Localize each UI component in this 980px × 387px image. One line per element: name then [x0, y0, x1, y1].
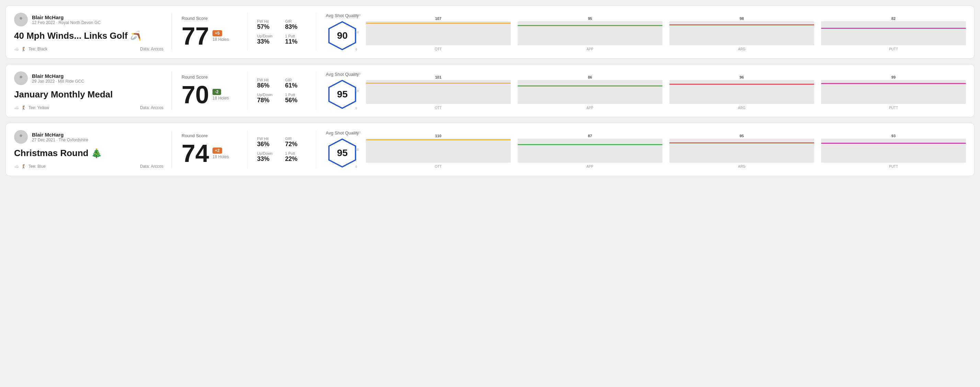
stats-grid: FW Hit 86% GIR 61% Up/Down 78% 1 Putt 56…: [257, 78, 306, 104]
bar-bg: [821, 21, 966, 45]
bar-group-arg: 95 ARG: [669, 134, 814, 168]
data-source: Data: Arccos: [140, 164, 163, 169]
round-card: Blair McHarg 29 Jan 2022 · Mill Ride GCC…: [5, 64, 975, 117]
round-score-label: Round Score: [181, 75, 237, 79]
bar-axis-label: APP: [587, 165, 593, 168]
big-score: 70: [181, 82, 209, 107]
fw-hit-label: FW Hit: [257, 136, 278, 141]
weather-icon: ☁️: [14, 105, 19, 110]
score-diff-badge: +5: [213, 30, 222, 36]
bar-value-putt: 82: [891, 16, 896, 21]
data-source: Data: Arccos: [140, 47, 163, 51]
user-details: Blair McHarg 27 Dec 2021 · The Oxfordshi…: [32, 132, 88, 143]
bar-wrapper: [366, 21, 511, 45]
bar-line: [366, 139, 511, 140]
holes-label: 18 Holes: [213, 96, 229, 100]
gir-stat: GIR 72%: [285, 136, 307, 148]
score-row: 70 -2 18 Holes: [181, 82, 237, 107]
oneputt-value: 56%: [285, 97, 307, 104]
left-section: Blair McHarg 12 Feb 2022 · Royal North D…: [14, 13, 172, 51]
hex-score: 95: [337, 89, 348, 100]
holes-label: 18 Holes: [213, 154, 229, 159]
round-title: 40 Mph Winds... Links Golf 🪃: [14, 30, 163, 41]
updown-value: 78%: [257, 97, 278, 104]
fw-hit-value: 86%: [257, 82, 278, 89]
svg-point-2: [19, 76, 22, 78]
score-diff-badge: +2: [213, 148, 222, 154]
footer-info: ☁️ 🏌 Tee: Blue Data: Arccos: [14, 164, 163, 169]
tee-info: ☁️ 🏌 Tee: Yellow: [14, 105, 49, 110]
hexagon: 95: [327, 138, 358, 168]
gir-stat: GIR 83%: [285, 19, 307, 30]
gir-stat: GIR 61%: [285, 78, 307, 89]
bar-chart: 100 50 0 101 OTT 86: [366, 72, 966, 110]
user-details: Blair McHarg 12 Feb 2022 · Royal North D…: [32, 14, 100, 25]
score-section: Round Score 74 +2 18 Holes: [172, 130, 248, 169]
bar-bg: [366, 21, 511, 45]
big-score: 77: [181, 24, 209, 48]
left-section: Blair McHarg 27 Dec 2021 · The Oxfordshi…: [14, 130, 172, 169]
bar-axis-label: OTT: [435, 165, 442, 168]
big-score: 74: [181, 141, 209, 166]
score-row: 74 +2 18 Holes: [181, 141, 237, 166]
bar-bg: [366, 139, 511, 163]
bar-value-arg: 96: [740, 75, 744, 79]
user-date: 29 Jan 2022 · Mill Ride GCC: [32, 79, 84, 84]
updown-label: Up/Down: [257, 93, 278, 97]
bar-wrapper: [518, 21, 662, 45]
right-section: Avg Shot Quality 95 100 50 0 101: [316, 71, 966, 110]
bar-chart: 100 50 0 110 OTT 87: [366, 131, 966, 168]
bar-axis-label: ARG: [738, 106, 746, 110]
tee-label: Tee: Blue: [29, 164, 46, 169]
bar-bg: [669, 21, 814, 45]
bar-bg: [518, 80, 662, 104]
bar-group-putt: 82 PUTT: [821, 16, 966, 51]
gir-label: GIR: [285, 78, 307, 82]
svg-point-4: [19, 135, 22, 137]
user-date: 12 Feb 2022 · Royal North Devon GC: [32, 20, 100, 25]
updown-value: 33%: [257, 38, 278, 45]
user-details: Blair McHarg 29 Jan 2022 · Mill Ride GCC: [32, 73, 84, 84]
data-source: Data: Arccos: [140, 105, 163, 110]
bar-wrapper: [821, 139, 966, 163]
hex-score: 90: [337, 30, 348, 41]
chart-area: 100 50 0 107 OTT 95: [366, 13, 966, 51]
bar-axis-label: PUTT: [889, 165, 898, 168]
bar-value-app: 86: [588, 75, 592, 79]
bar-group-ott: 107 OTT: [366, 16, 511, 51]
score-badge: +5 18 Holes: [213, 30, 229, 42]
gir-value: 72%: [285, 141, 307, 148]
updown-value: 33%: [257, 155, 278, 163]
bar-bg: [518, 139, 662, 163]
tee-info: ☁️ 🏌 Tee: Black: [14, 47, 48, 51]
bar-value-putt: 93: [891, 134, 896, 138]
updown-stat: Up/Down 78%: [257, 93, 278, 104]
oneputt-value: 11%: [285, 38, 307, 45]
bar-axis-label: ARG: [738, 165, 746, 168]
bar-value-ott: 110: [435, 134, 441, 138]
bar-line: [366, 82, 511, 84]
bar-axis-label: OTT: [435, 48, 442, 51]
fw-hit-stat: FW Hit 86%: [257, 78, 278, 89]
avg-shot-quality-label: Avg Shot Quality: [326, 130, 359, 135]
hexagon-container: Avg Shot Quality 90: [326, 13, 359, 51]
score-section: Round Score 70 -2 18 Holes: [172, 71, 248, 110]
avatar: [14, 130, 28, 144]
right-section: Avg Shot Quality 90 100 50 0 107: [316, 13, 966, 51]
bar-wrapper: [821, 80, 966, 104]
score-row: 77 +5 18 Holes: [181, 24, 237, 48]
bar-group-arg: 96 ARG: [669, 75, 814, 110]
gir-value: 83%: [285, 23, 307, 30]
bar-axis-label: OTT: [435, 106, 442, 110]
avatar: [14, 71, 28, 85]
bar-bg: [821, 139, 966, 163]
right-section: Avg Shot Quality 95 100 50 0 110: [316, 130, 966, 169]
user-name: Blair McHarg: [32, 132, 88, 138]
bar-wrapper: [821, 21, 966, 45]
footer-info: ☁️ 🏌 Tee: Yellow Data: Arccos: [14, 105, 163, 110]
round-score-label: Round Score: [181, 16, 237, 21]
stats-section: FW Hit 36% GIR 72% Up/Down 33% 1 Putt 22…: [248, 130, 316, 169]
bar-group-app: 86 APP: [518, 75, 662, 110]
tee-info: ☁️ 🏌 Tee: Blue: [14, 164, 46, 169]
round-card: Blair McHarg 12 Feb 2022 · Royal North D…: [5, 5, 975, 59]
